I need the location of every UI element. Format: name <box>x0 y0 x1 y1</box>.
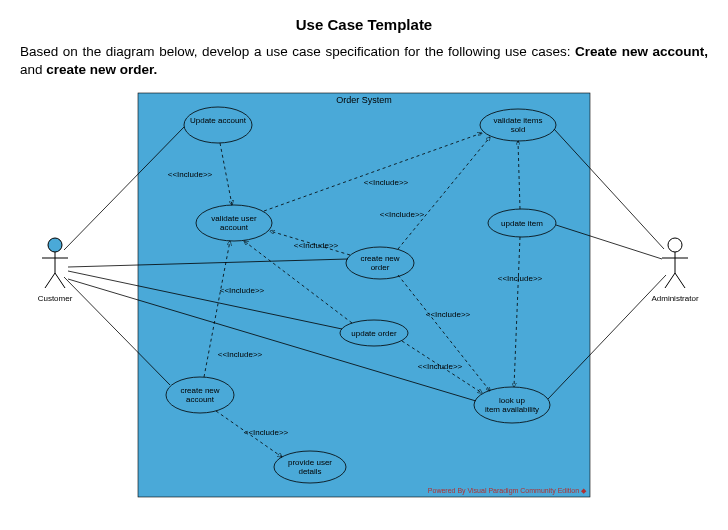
inc-label-3: <<Include>> <box>364 178 409 187</box>
svg-text:create newaccount: create newaccount <box>180 386 219 404</box>
svg-line-3 <box>45 273 55 288</box>
inc-label-10: <<Include>> <box>244 428 289 437</box>
actor-customer-label: Customer <box>38 294 73 303</box>
instr-bold1: Create new account, <box>575 44 708 59</box>
inc-label-2: <<Include>> <box>294 241 339 250</box>
diagram-footer: Powered By Visual Paradigm Community Edi… <box>428 487 587 495</box>
actor-admin: Administrator <box>651 238 698 303</box>
svg-line-4 <box>55 273 65 288</box>
instr-prefix: Based on the diagram below, develop a us… <box>20 44 575 59</box>
usecase-diagram: Order System Customer Administrator Upda… <box>20 85 708 505</box>
svg-text:Update account: Update account <box>190 116 247 125</box>
inc-label-1: <<Include>> <box>168 170 213 179</box>
actor-admin-label: Administrator <box>651 294 698 303</box>
page-title: Use Case Template <box>20 16 708 33</box>
svg-point-0 <box>48 238 62 252</box>
svg-point-5 <box>668 238 682 252</box>
instr-bold2: create new order. <box>46 62 157 77</box>
inc-label-8: <<Include>> <box>220 286 265 295</box>
actor-customer: Customer <box>38 238 73 303</box>
instr-mid: and <box>20 62 46 77</box>
system-title: Order System <box>336 95 392 105</box>
uc-update-order-label: update order <box>351 329 397 338</box>
inc-label-4: <<Include>> <box>380 210 425 219</box>
inc-label-5: <<Include>> <box>498 274 543 283</box>
instructions: Based on the diagram below, develop a us… <box>20 43 708 79</box>
system-boundary <box>138 93 590 497</box>
svg-line-9 <box>675 273 685 288</box>
svg-line-8 <box>665 273 675 288</box>
inc-label-9: <<Include>> <box>218 350 263 359</box>
uc-update-item-label: update item <box>501 219 543 228</box>
diagram-container: Order System Customer Administrator Upda… <box>20 85 708 505</box>
inc-label-6: <<Include>> <box>426 310 471 319</box>
inc-label-7: <<Include>> <box>418 362 463 371</box>
